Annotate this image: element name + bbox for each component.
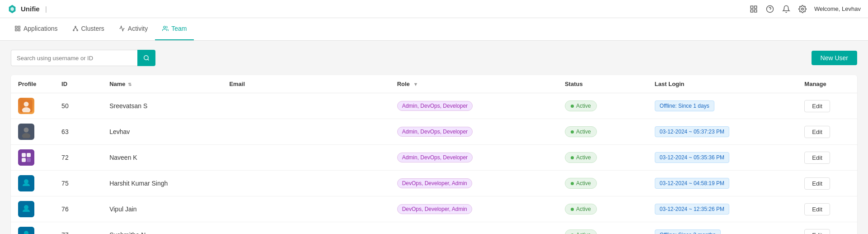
search-icon (143, 55, 150, 61)
cell-email (222, 93, 389, 119)
cell-email (222, 145, 389, 171)
edit-button[interactable]: Edit (804, 177, 830, 190)
svg-rect-3 (754, 10, 756, 12)
svg-rect-10 (18, 29, 20, 31)
cell-role: Admin, DevOps, Developer (390, 145, 558, 171)
col-header-status: Status (558, 75, 647, 93)
search-button[interactable] (137, 50, 155, 66)
cell-status: Active (558, 93, 647, 119)
svg-point-11 (75, 26, 75, 27)
tab-clusters[interactable]: Clusters (65, 18, 112, 40)
cell-role: DevOps, Developer, Admin (390, 196, 558, 222)
role-badge: DevOps, Developer, Admin (397, 178, 472, 188)
search-input[interactable] (11, 50, 137, 66)
role-badge: Admin, DevOps, Developer (397, 127, 473, 137)
cell-role (390, 222, 558, 234)
cell-profile (11, 196, 54, 222)
cell-id: 50 (54, 93, 102, 119)
tab-activity[interactable]: Activity (112, 18, 155, 40)
tab-team[interactable]: Team (155, 18, 194, 40)
layout-icon[interactable] (749, 5, 758, 14)
edit-button[interactable]: Edit (804, 152, 830, 164)
users-table: Profile ID Name ⇅ Email Role ▼ Status La… (11, 75, 857, 234)
status-label: Active (576, 154, 591, 161)
cell-id: 76 (54, 196, 102, 222)
svg-rect-27 (27, 153, 31, 157)
edit-button[interactable]: Edit (804, 100, 830, 112)
search-container (11, 50, 155, 66)
svg-rect-8 (18, 26, 20, 28)
cell-email (222, 196, 389, 222)
table-row: 77Sushmitha NActiveOffline: Since 3 mont… (11, 222, 857, 234)
topbar: Unifie | (0, 0, 868, 18)
edit-button[interactable]: Edit (804, 203, 830, 215)
activity-icon (119, 25, 125, 32)
help-icon[interactable] (765, 5, 774, 14)
table-header-row: Profile ID Name ⇅ Email Role ▼ Status La… (11, 75, 857, 93)
settings-icon[interactable] (798, 5, 807, 14)
users-icon (162, 25, 169, 32)
svg-line-14 (73, 27, 75, 30)
svg-line-18 (148, 59, 149, 61)
cell-manage: Edit (797, 222, 857, 234)
topbar-right: Welcome, Levhav (749, 5, 861, 14)
cell-profile (11, 119, 54, 145)
cell-last-login: Offline: Since 1 days (647, 93, 798, 119)
edit-button[interactable]: Edit (804, 229, 830, 234)
new-user-button[interactable]: New User (812, 51, 857, 65)
tab-applications[interactable]: Applications (7, 18, 65, 40)
svg-rect-29 (27, 158, 31, 162)
svg-point-12 (73, 30, 74, 31)
status-label: Active (576, 180, 591, 186)
brand-divider: | (45, 5, 47, 13)
table-row: 63LevhavAdmin, DevOps, DeveloperActive03… (11, 119, 857, 145)
cell-profile (11, 222, 54, 234)
cell-manage: Edit (797, 196, 857, 222)
svg-point-13 (76, 30, 77, 31)
svg-line-15 (75, 27, 77, 30)
col-header-role[interactable]: Role ▼ (390, 75, 558, 93)
status-label: Active (576, 129, 591, 135)
cell-profile (11, 145, 54, 171)
status-dot (571, 208, 574, 211)
status-dot (571, 105, 574, 108)
svg-point-20 (24, 102, 29, 107)
status-label: Active (576, 232, 591, 234)
col-header-id: ID (54, 75, 102, 93)
col-header-last-login: Last Login (647, 75, 798, 93)
cell-id: 75 (54, 171, 102, 196)
cell-status: Active (558, 222, 647, 234)
svg-point-17 (144, 56, 148, 60)
col-header-name[interactable]: Name ⇅ (102, 75, 222, 93)
col-header-manage: Manage (797, 75, 857, 93)
cell-email (222, 222, 389, 234)
cell-status: Active (558, 145, 647, 171)
col-header-email: Email (222, 75, 389, 93)
cell-status: Active (558, 196, 647, 222)
svg-point-6 (802, 8, 804, 10)
cell-status: Active (558, 119, 647, 145)
status-label: Active (576, 103, 591, 109)
tab-clusters-label: Clusters (81, 25, 104, 32)
col-header-profile: Profile (11, 75, 54, 93)
cell-email (222, 171, 389, 196)
edit-button[interactable]: Edit (804, 126, 830, 138)
role-badge: Admin, DevOps, Developer (397, 153, 473, 162)
tab-activity-label: Activity (128, 25, 148, 32)
sort-icon[interactable]: ⇅ (128, 82, 131, 87)
cell-last-login: Offline: Since 3 months (647, 222, 798, 234)
cell-name: Sreevatsan S (102, 93, 222, 119)
cell-id: 63 (54, 119, 102, 145)
bell-icon[interactable] (782, 5, 791, 14)
svg-rect-0 (751, 6, 753, 8)
cell-manage: Edit (797, 93, 857, 119)
cell-name: Sushmitha N (102, 222, 222, 234)
cell-role: Admin, DevOps, Developer (390, 119, 558, 145)
grid-icon (14, 25, 21, 32)
filter-icon[interactable]: ▼ (413, 81, 418, 87)
clusters-icon (72, 25, 79, 32)
welcome-label: Welcome, Levhav (814, 5, 861, 12)
svg-point-16 (164, 26, 166, 29)
tab-team-label: Team (171, 25, 187, 32)
svg-point-33 (24, 205, 28, 210)
